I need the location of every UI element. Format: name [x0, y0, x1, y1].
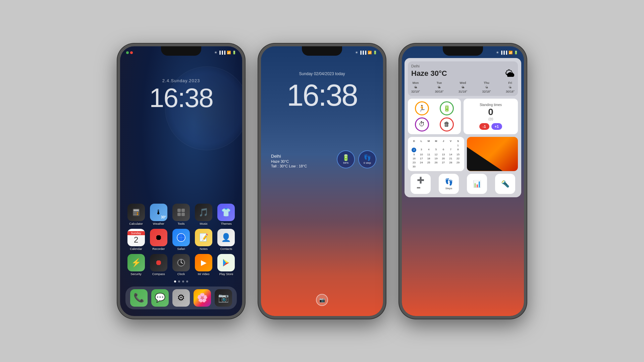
recorder-label: Recorder — [152, 247, 165, 251]
forecast-thu-icon: 🌤 — [482, 86, 491, 89]
activity-battery-circle: 🔋 — [440, 101, 454, 115]
app-security[interactable]: ⚡ Security — [125, 254, 147, 276]
app-tools[interactable]: Tools — [170, 204, 192, 225]
standing-plus-btn[interactable]: +1 — [491, 123, 502, 130]
forecast-tue: Tue 🌥 30/18° — [435, 81, 443, 93]
notes-icon: 📝 — [195, 229, 212, 246]
weather-label: Weather — [153, 222, 164, 225]
mivideo-label: Mi Video — [198, 272, 210, 276]
music-icon: 🎵 — [195, 204, 212, 221]
app-themes[interactable]: 👕 Themes — [216, 204, 237, 225]
cal-28: 28 — [447, 161, 454, 164]
svg-rect-4 — [137, 212, 138, 213]
forecast-wed-icon: 🌥 — [459, 86, 467, 89]
cal-18: 18 — [425, 157, 432, 160]
forecast-fri-icon: 🌤 — [506, 86, 515, 89]
app-calculator[interactable]: Calculator — [125, 204, 147, 225]
cal-14: 14 — [447, 153, 454, 156]
wifi-icon-p3: 📶 — [508, 51, 513, 54]
themes-label: Themes — [221, 222, 232, 225]
svg-rect-3 — [135, 212, 137, 213]
cc-steps-btn[interactable]: 👣 Steps — [439, 174, 459, 194]
page-dot-2 — [178, 280, 180, 282]
app-weather[interactable]: 🌡 30° Weather — [148, 204, 169, 225]
dock-messages[interactable]: 💬 — [151, 289, 169, 307]
phone2-temps: Tall : 30°C Low : 18°C — [271, 164, 307, 168]
cc-calculator-btn[interactable]: ➕═ — [411, 174, 431, 194]
app-mivideo[interactable]: ▶ Mi Video — [193, 254, 214, 276]
flashlight-btn-icon: 🔦 — [501, 180, 509, 188]
cal-5: 5 — [433, 148, 440, 152]
app-playstore[interactable]: Play Store — [216, 254, 237, 276]
control-center-panel: Delhi Haze 30°C 🌥 Mon 🌥 32/19° Tue 🌥 30/… — [405, 58, 521, 197]
app-compass[interactable]: ⏺ Compass — [148, 254, 169, 276]
phone-2: ✳ ▐▐▐ 📶 🔋 Sunday 02/04/2023 today 16:38 … — [258, 44, 386, 319]
phone2-camera-button[interactable]: 📷 — [316, 294, 328, 306]
recorder-icon: ⏺ — [150, 229, 167, 246]
forecast-wed-temp: 31/18° — [459, 90, 467, 93]
standing-buttons: -1 +1 — [479, 123, 502, 130]
cal-30: 30 — [411, 165, 418, 168]
dock-camera[interactable]: 📷 — [215, 289, 232, 307]
calendar-label: Calendar — [130, 247, 142, 251]
battery-icon-p3: 🔋 — [514, 51, 518, 54]
svg-rect-2 — [133, 212, 135, 213]
voice-btn-icon: 📊 — [473, 180, 481, 188]
activity-battery: 🔋 — [435, 101, 458, 115]
dot-red — [130, 51, 133, 54]
dot-green — [126, 51, 129, 54]
dock-settings[interactable]: ⚙ — [172, 289, 190, 307]
forecast-mon-icon: 🌥 — [411, 86, 420, 89]
status-icons-right: ✳ ▐▐▐ 📶 🔋 — [214, 51, 236, 54]
themes-icon: 👕 — [217, 204, 235, 221]
cal-empty-2 — [418, 144, 425, 147]
cal-header-m2: M — [433, 140, 440, 143]
cal-4: 4 — [425, 148, 432, 152]
cal-13: 13 — [440, 153, 447, 156]
cc-flashlight-btn[interactable]: 🔦 — [495, 174, 515, 194]
battery-icon: 🔋 — [232, 51, 236, 54]
steps-btn-icon: 👣 — [445, 178, 453, 186]
svg-rect-5 — [133, 214, 135, 215]
notes-label: Notes — [200, 247, 208, 251]
cal-3: 3 — [418, 148, 425, 152]
app-clock[interactable]: Clock — [170, 254, 192, 276]
standing-minus-btn[interactable]: -1 — [479, 123, 489, 130]
cal-23: 23 — [411, 161, 418, 164]
safari-icon — [172, 229, 190, 246]
cal-15: 15 — [454, 153, 462, 156]
app-safari[interactable]: Safari — [170, 229, 192, 251]
music-label: Music — [200, 222, 208, 225]
dock-phone[interactable]: 📞 — [130, 289, 148, 307]
app-calendar[interactable]: Sunday 2 Calendar — [125, 229, 147, 251]
run-icon: 🏃 — [418, 105, 426, 112]
status-bar-phone2: ✳ ▐▐▐ 📶 🔋 — [261, 46, 383, 57]
cal-empty-6 — [447, 144, 454, 147]
dock-photos[interactable]: 🌸 — [194, 289, 211, 307]
calculator-label: Calculator — [129, 222, 143, 225]
page-dot-4 — [186, 280, 188, 282]
page-dot-1 — [174, 280, 176, 282]
app-contacts[interactable]: 👤 Contacts — [216, 229, 237, 251]
cal-21: 21 — [447, 157, 454, 160]
cal-19: 19 — [433, 157, 440, 160]
app-recorder[interactable]: ⏺ Recorder — [148, 229, 169, 251]
phone2-time: 16:38 — [261, 78, 383, 113]
svg-rect-11 — [181, 213, 185, 216]
cal-empty-1 — [411, 144, 418, 147]
cc-city: Delhi — [411, 64, 515, 68]
forecast-tue-temp: 30/18° — [435, 90, 443, 93]
app-music[interactable]: 🎵 Music — [193, 204, 214, 225]
status-dots — [126, 51, 133, 54]
svg-rect-10 — [177, 213, 181, 216]
forecast-tue-icon: 🌥 — [435, 86, 443, 89]
forecast-fri: Fri 🌤 30/18° — [506, 81, 515, 93]
cc-voice-btn[interactable]: 📊 — [467, 174, 487, 194]
svg-rect-8 — [177, 209, 181, 212]
activity-timer-circle: ⏱ — [415, 117, 429, 132]
app-notes[interactable]: 📝 Notes — [193, 229, 214, 251]
forecast-tue-label: Tue — [435, 81, 443, 85]
status-icons-phone3: ✳ ▐▐▐ 📶 🔋 — [496, 51, 518, 54]
battery-activity-icon: 🔋 — [443, 105, 450, 112]
cal-17: 17 — [418, 157, 425, 160]
